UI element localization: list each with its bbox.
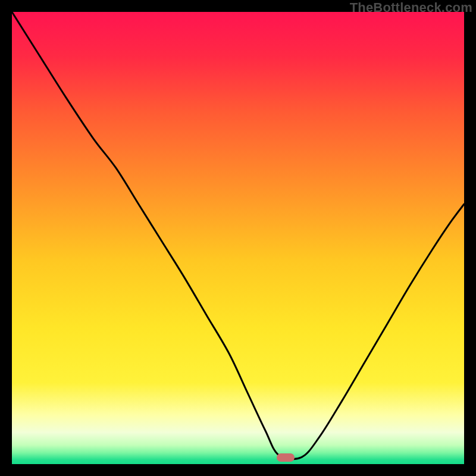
watermark-text: TheBottleneck.com bbox=[350, 0, 472, 15]
chart-frame: TheBottleneck.com bbox=[0, 0, 476, 476]
selected-point-marker bbox=[277, 453, 295, 462]
gradient-background bbox=[12, 12, 464, 464]
bottleneck-chart bbox=[12, 12, 464, 464]
